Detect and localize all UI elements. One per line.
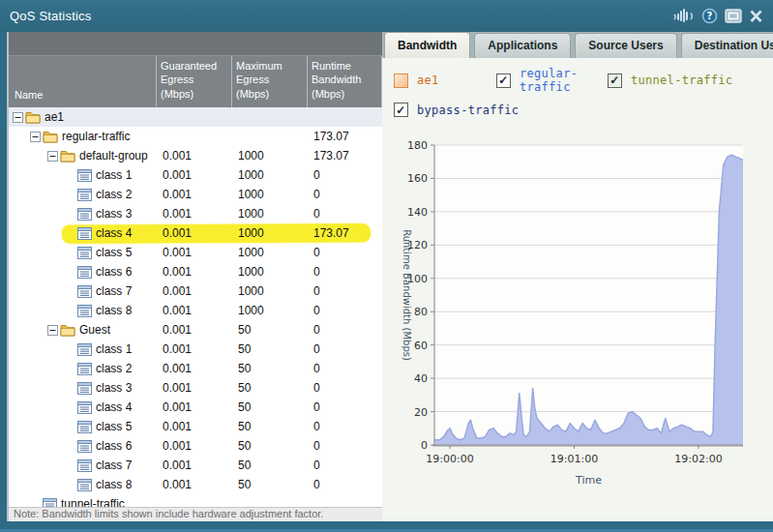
cell-runtime: 0	[307, 362, 382, 375]
node-label: class 5	[96, 246, 132, 259]
cell-runtime: 0	[307, 458, 382, 472]
cell-guaranteed: 0.001	[156, 323, 231, 337]
chart-legend: ae1✓regular-traffic✓tunnel-traffic✓bypas…	[382, 58, 773, 117]
table-row[interactable]: class 70.001500	[9, 456, 382, 475]
table-row[interactable]: Guest0.001500	[9, 320, 382, 340]
table-row[interactable]: regular-traffic173.07	[9, 127, 382, 146]
x-tick-label: 19:01:00	[550, 453, 598, 465]
cell-runtime: 0	[307, 381, 382, 395]
tree-cell-name: tunnel-traffic	[9, 497, 156, 507]
cell-maximum: 1000	[231, 168, 307, 182]
y-tick-label: 140	[407, 206, 428, 219]
window-controls: ?	[671, 8, 763, 24]
cell-runtime: 173.07	[307, 226, 382, 240]
bandwidth-chart: 02040608010012014016018019:00:0019:01:00…	[392, 126, 745, 503]
table-row[interactable]: class 70.00110000	[9, 281, 382, 301]
cell-runtime: 173.07	[307, 149, 382, 163]
cell-guaranteed: 0.001	[156, 478, 231, 491]
table-row[interactable]: class 50.00110000	[9, 243, 382, 262]
class-leaf-icon	[77, 227, 92, 240]
expander-collapse-icon[interactable]	[30, 132, 43, 142]
column-header[interactable]: Runtime Bandwidth (Mbps)	[307, 56, 382, 107]
legend-label: regular-traffic	[520, 67, 608, 94]
cell-runtime: 0	[307, 246, 382, 259]
table-row[interactable]: class 30.001500	[9, 378, 382, 398]
checkbox-tunnel-traffic[interactable]: ✓	[608, 74, 622, 88]
tree-cell-name: class 7	[9, 284, 156, 298]
table-row[interactable]: class 60.001500	[9, 436, 382, 456]
cell-maximum: 1000	[231, 188, 307, 201]
class-leaf-icon	[77, 343, 92, 356]
tab-destination-users[interactable]: Destination Users	[681, 33, 773, 58]
table-row[interactable]: class 80.001500	[9, 475, 382, 494]
table-row[interactable]: class 30.00110000	[9, 204, 382, 223]
tab-applications[interactable]: Applications	[474, 33, 571, 58]
legend-swatch	[394, 74, 408, 88]
table-row[interactable]: default-group0.0011000173.07	[9, 146, 382, 165]
x-axis-title: Time	[575, 474, 602, 487]
signal-wave-icon	[671, 8, 695, 24]
expander-collapse-icon[interactable]	[47, 325, 60, 336]
tree-cell-name: class 4	[9, 400, 156, 414]
column-header-label: Maximum Egress (Mbps)	[236, 60, 282, 100]
node-label: class 3	[96, 381, 132, 395]
table-row[interactable]: class 40.0011000173.07	[9, 223, 382, 243]
close-icon[interactable]	[749, 10, 763, 23]
column-header-label: Guaranteed Egress (Mbps)	[161, 60, 217, 100]
y-tick-label: 80	[414, 306, 428, 318]
tree-cell-name: class 6	[9, 439, 156, 453]
table-row[interactable]: class 20.001500	[9, 359, 382, 378]
node-label: class 1	[96, 342, 132, 356]
tree-cell-name: default-group	[9, 149, 156, 163]
node-label: class 6	[96, 439, 132, 453]
cell-maximum: 1000	[231, 149, 307, 163]
qos-tree-panel: NameGuaranteed Egress (Mbps)Maximum Egre…	[7, 32, 382, 521]
cell-guaranteed: 0.001	[156, 168, 231, 182]
table-row[interactable]: class 80.00110000	[9, 301, 382, 320]
legend-item-tunnel-traffic: ✓tunnel-traffic	[608, 74, 732, 88]
column-header[interactable]: Maximum Egress (Mbps)	[231, 56, 307, 107]
checkbox-bypass-traffic[interactable]: ✓	[394, 103, 408, 117]
class-leaf-icon	[77, 421, 92, 433]
cell-guaranteed: 0.001	[156, 188, 231, 201]
cell-maximum: 1000	[231, 246, 307, 259]
help-icon[interactable]: ?	[701, 8, 718, 24]
tree-cell-name: class 4	[9, 226, 156, 240]
cell-maximum: 1000	[231, 304, 307, 317]
node-label: class 7	[96, 458, 132, 472]
table-row[interactable]: class 60.00110000	[9, 262, 382, 281]
legend-row: ae1✓regular-traffic✓tunnel-traffic	[394, 67, 773, 94]
cell-guaranteed: 0.001	[156, 207, 231, 221]
cell-runtime: 0	[307, 284, 382, 298]
column-header[interactable]: Name	[9, 56, 156, 107]
cell-guaranteed: 0.001	[156, 342, 231, 356]
table-row[interactable]: class 10.001500	[9, 340, 382, 359]
restore-window-icon[interactable]	[725, 9, 742, 23]
node-label: class 6	[96, 265, 132, 279]
node-label: class 8	[96, 304, 132, 317]
table-toolbar-strip	[9, 32, 382, 56]
cell-maximum: 50	[231, 420, 307, 433]
table-row[interactable]: class 40.001500	[9, 398, 382, 417]
tree-cell-name: class 6	[9, 265, 156, 279]
tab-bandwidth[interactable]: Bandwidth	[384, 32, 470, 58]
y-tick-label: 40	[414, 372, 428, 385]
column-header-label: Name	[15, 88, 43, 102]
expander-collapse-icon[interactable]	[13, 112, 25, 123]
x-tick-label: 19:00:00	[426, 453, 473, 465]
y-tick-label: 0	[421, 439, 428, 452]
table-row[interactable]: ae1	[9, 107, 382, 127]
table-row[interactable]: tunnel-traffic	[9, 494, 382, 507]
node-label: tunnel-traffic	[61, 497, 125, 507]
cell-maximum: 50	[231, 362, 307, 375]
expander-collapse-icon[interactable]	[47, 151, 60, 162]
table-row[interactable]: class 50.001500	[9, 417, 382, 436]
checkbox-regular-traffic[interactable]: ✓	[496, 74, 511, 88]
table-header-row: NameGuaranteed Egress (Mbps)Maximum Egre…	[9, 56, 382, 107]
legend-row: ✓bypass-traffic	[394, 103, 773, 117]
class-leaf-icon	[77, 305, 92, 317]
column-header[interactable]: Guaranteed Egress (Mbps)	[156, 56, 231, 107]
table-row[interactable]: class 20.00110000	[9, 185, 382, 204]
tab-source-users[interactable]: Source Users	[575, 33, 676, 58]
table-row[interactable]: class 10.00110000	[9, 165, 382, 185]
